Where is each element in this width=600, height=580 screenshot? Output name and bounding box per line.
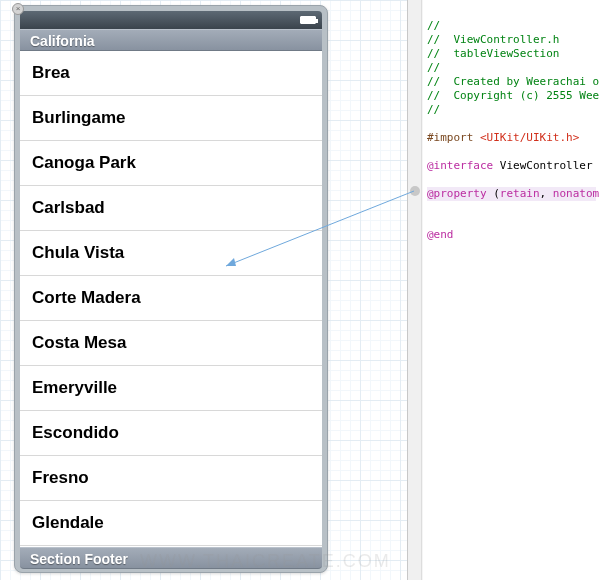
interface-builder-canvas[interactable]: × California Brea Burlingame Canoga Park… <box>0 0 407 580</box>
table-row[interactable]: Brea <box>20 51 322 96</box>
table-row[interactable]: Chula Vista <box>20 231 322 276</box>
code-comment: // <box>427 103 440 116</box>
code-blank <box>427 214 434 227</box>
status-bar <box>20 11 322 29</box>
code-comment: // tableViewSection <box>427 47 559 60</box>
table-view[interactable]: Brea Burlingame Canoga Park Carlsbad Chu… <box>20 51 322 547</box>
table-row[interactable]: Glendale <box>20 501 322 546</box>
table-row[interactable]: Emeryville <box>20 366 322 411</box>
code-blank <box>427 173 434 186</box>
code-comment: // ViewController.h <box>427 33 559 46</box>
close-icon[interactable]: × <box>12 3 24 15</box>
device-frame[interactable]: × California Brea Burlingame Canoga Park… <box>14 5 328 573</box>
code-comment: // <box>427 19 440 32</box>
outlet-connection-indicator-icon[interactable] <box>410 186 420 196</box>
code-interface: @interface ViewController : U <box>427 159 600 172</box>
watermark: WWW.THAICREATE.COM <box>140 551 391 572</box>
code-property-highlighted: @property (retain, nonatomic) <box>427 187 596 201</box>
code-end: @end <box>427 228 454 241</box>
table-row[interactable]: Canoga Park <box>20 141 322 186</box>
section-header: California <box>20 29 322 51</box>
table-row[interactable]: Burlingame <box>20 96 322 141</box>
table-row[interactable]: Escondido <box>20 411 322 456</box>
code-comment: // <box>427 61 440 74</box>
code-comment: // Copyright (c) 2555 Weerac <box>427 89 600 102</box>
code-blank <box>427 145 434 158</box>
battery-icon <box>300 16 316 24</box>
code-gutter <box>408 0 422 580</box>
table-row[interactable]: Carlsbad <box>20 186 322 231</box>
table-row[interactable]: Fresno <box>20 456 322 501</box>
code-editor[interactable]: // // ViewController.h // tableViewSecti… <box>423 0 600 580</box>
table-row[interactable]: Costa Mesa <box>20 321 322 366</box>
code-import: #import <UIKit/UIKit.h> <box>427 131 579 144</box>
table-row[interactable]: Corte Madera <box>20 276 322 321</box>
code-comment: // Created by Weerachai on 1 <box>427 75 600 88</box>
